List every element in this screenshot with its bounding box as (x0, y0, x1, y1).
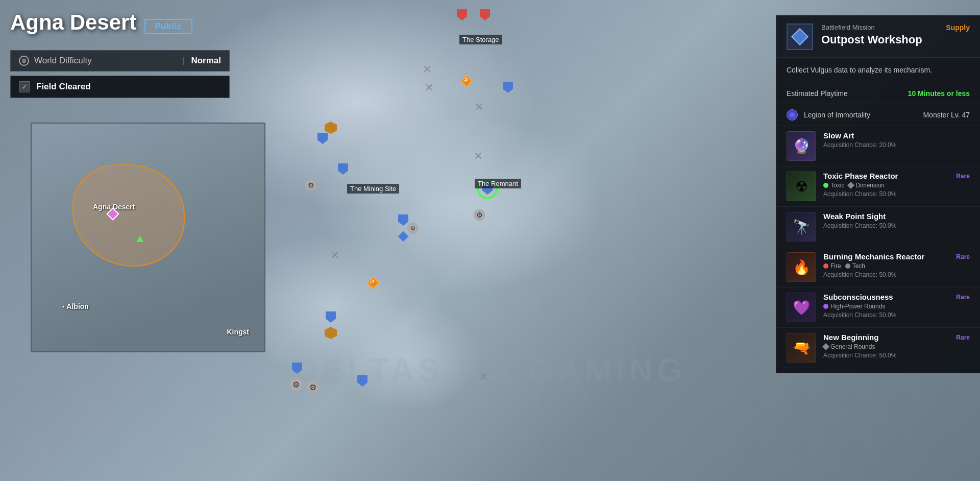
reward-name: Subconsciousness (823, 293, 893, 301)
map-marker-blue-flag-6 (292, 363, 302, 374)
map-cursor (136, 236, 143, 242)
mission-header: Battlefield Mission Outpost Workshop Sup… (776, 15, 980, 58)
reward-name-row: New Beginning Rare (823, 333, 970, 342)
map-marker-blue-flag-7 (357, 375, 368, 387)
remnant-label: The Remnant (475, 179, 521, 188)
mining-site-label: The Mining Site (347, 184, 399, 194)
map-marker-blue-flag-2 (317, 133, 328, 144)
immortality-icon (787, 109, 798, 121)
mission-diamond-icon (791, 28, 808, 45)
reward-item-5[interactable]: 🔫 New Beginning Rare General Rounds Acqu… (776, 328, 980, 368)
field-cleared-box: ✓ Field Cleared (10, 76, 230, 98)
reward-info: Toxic Phase Reactor Rare ToxicDimension … (823, 172, 970, 198)
title-row: Agna Desert Public (10, 10, 265, 43)
rare-badge: Rare (956, 253, 970, 260)
map-marker-gear-3: ⚙ (407, 223, 419, 234)
public-badge[interactable]: Public (144, 19, 192, 34)
reward-tags: High-Power Rounds (823, 303, 970, 310)
enemy-name: Legion of Immortality (804, 111, 923, 119)
reward-tags: General Rounds (823, 343, 970, 350)
mission-title-block: Battlefield Mission Outpost Workshop (821, 23, 946, 46)
enemy-row: Legion of Immortality Monster Lv. 47 (776, 104, 980, 126)
reward-name: Weak Point Sight (823, 212, 886, 221)
reward-chance: Acquisition Chance: 50.0% (823, 271, 970, 278)
reward-chance: Acquisition Chance: 50.0% (823, 352, 970, 359)
reward-tag: Fire (823, 262, 841, 270)
reward-thumbnail: 🔭 (787, 212, 816, 242)
reward-thumbnail: 🔥 (787, 252, 816, 282)
reward-tags: ToxicDimension (823, 182, 970, 189)
left-panel: Agna Desert Public ⊕ World Difficulty | … (0, 0, 276, 481)
reward-item-3[interactable]: 🔥 Burning Mechanics Reactor Rare FireTec… (776, 247, 980, 287)
reward-tags: FireTech (823, 262, 970, 270)
map-marker-question-1: ? (462, 77, 471, 86)
mission-name: Outpost Workshop (821, 33, 946, 46)
x-marker-1 (423, 64, 432, 74)
map-marker-red-flag-1 (457, 9, 467, 20)
reward-name-row: Subconsciousness Rare (823, 293, 970, 301)
map-marker-question-2: ? (369, 278, 378, 287)
reward-item-1[interactable]: ☢ Toxic Phase Reactor Rare ToxicDimensio… (776, 166, 980, 207)
map-marker-blue-flag-1 (503, 82, 513, 93)
reward-item-4[interactable]: 💜 Subconsciousness Rare High-Power Round… (776, 287, 980, 328)
reward-thumbnail: 🔫 (787, 333, 816, 363)
difficulty-label: World Difficulty (34, 56, 177, 66)
playtime-label: Estimated Playtime (787, 89, 908, 98)
mini-map-diamond (108, 209, 117, 219)
map-marker-blue-flag-5 (326, 311, 336, 323)
reward-name-row: Weak Point Sight (823, 212, 970, 221)
reward-chance: Acquisition Chance: 50.0% (823, 222, 970, 229)
reward-item-0[interactable]: 🔮 Slow Art Acquisition Chance: 20.0% (776, 126, 980, 166)
tag-dot-icon (822, 343, 829, 350)
supply-tag: Supply (946, 23, 970, 32)
x-marker-4 (474, 151, 483, 160)
reward-thumbnail: 💜 (787, 293, 816, 322)
world-difficulty-row: ⊕ World Difficulty | Normal (11, 51, 229, 71)
location-title: Agna Desert (10, 10, 136, 35)
reward-item-2[interactable]: 🔭 Weak Point Sight Acquisition Chance: 5… (776, 207, 980, 247)
check-icon: ✓ (19, 81, 30, 92)
tag-dot-icon (845, 263, 850, 269)
reward-tag: Tech (845, 262, 865, 270)
field-cleared-row: ✓ Field Cleared (11, 76, 229, 98)
reward-name: Toxic Phase Reactor (823, 172, 898, 180)
map-marker-blue-flag-3 (338, 163, 348, 175)
mini-map-kingst-label: Kingst (227, 328, 249, 336)
map-marker-hex-orange-1 (325, 122, 337, 134)
mini-map[interactable]: Agna Desert ▪ Albion Kingst (31, 123, 265, 352)
reward-chance: Acquisition Chance: 20.0% (823, 141, 970, 149)
reward-name-row: Burning Mechanics Reactor Rare (823, 252, 970, 261)
reward-info: New Beginning Rare General Rounds Acquis… (823, 333, 970, 359)
rare-badge: Rare (956, 294, 970, 301)
mission-description: Collect Vulgus data to analyze its mecha… (776, 58, 980, 83)
difficulty-box: ⊕ World Difficulty | Normal (10, 50, 230, 71)
tag-dot-icon (823, 304, 828, 309)
mission-icon (787, 23, 813, 50)
rare-badge: Rare (956, 334, 970, 341)
playtime-row: Estimated Playtime 10 Minutes or less (776, 83, 980, 104)
blue-diamond-1 (399, 232, 407, 240)
tag-dot-icon (847, 182, 854, 189)
map-marker-red-flag-2 (480, 9, 490, 20)
reward-thumbnail: 🔮 (787, 131, 816, 161)
map-marker-gear-bottom: ⚙ (289, 378, 303, 391)
x-marker-3 (475, 102, 484, 111)
x-marker-2 (425, 83, 434, 92)
rewards-list: 🔮 Slow Art Acquisition Chance: 20.0% ☢ T… (776, 126, 980, 368)
reward-tag: Toxic (823, 182, 844, 189)
reward-name-row: Slow Art (823, 131, 970, 140)
map-marker-blue-flag-4 (398, 214, 408, 226)
rare-badge: Rare (956, 173, 970, 180)
reward-info: Burning Mechanics Reactor Rare FireTech … (823, 252, 970, 278)
x-marker-6 (479, 372, 488, 381)
reward-thumbnail: ☢ (787, 172, 816, 201)
mini-map-albion-label: ▪ Albion (62, 302, 89, 310)
enemy-level: Monster Lv. 47 (923, 111, 970, 119)
reward-chance: Acquisition Chance: 50.0% (823, 190, 970, 198)
reward-chance: Acquisition Chance: 50.0% (823, 311, 970, 319)
difficulty-separator: | (183, 56, 185, 66)
tag-dot-icon (823, 263, 828, 269)
tag-dot-icon (823, 183, 828, 188)
reward-info: Weak Point Sight Acquisition Chance: 50.… (823, 212, 970, 229)
field-cleared-label: Field Cleared (36, 82, 91, 92)
